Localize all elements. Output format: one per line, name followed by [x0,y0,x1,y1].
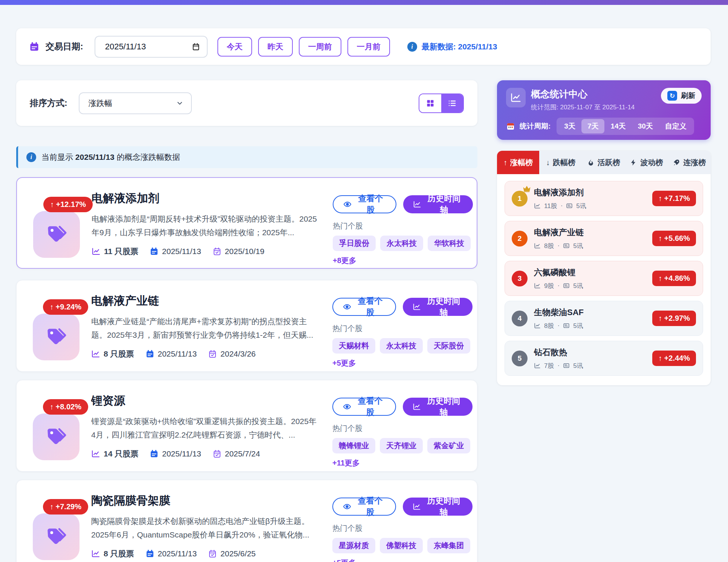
more-stocks-link[interactable]: +8更多 [333,256,356,266]
stock-chip[interactable]: 天齐锂业 [380,438,423,453]
rank-tab-跌幅榜[interactable]: ↓跌幅榜 [539,151,582,174]
trade-date-card: 交易日期: 2025/11/13 今天昨天一周前一月前 i 最新数据: 2025… [16,28,711,65]
more-stocks-link[interactable]: +11更多 [332,458,360,468]
concept-card: ↑ +9.24% 电解液产业链 电解液产业链是“产能出清尾声+需求复苏初期”的拐… [16,280,477,372]
rank-title: 六氟磷酸锂 [534,267,583,278]
view-stocks-label: 查看个股 [355,296,385,318]
up-arrow-icon: ↑ [503,158,507,167]
stocks-count: 8 只股票 [104,349,134,359]
eye-icon [343,402,351,411]
rank-tab-label: 活跃榜 [598,158,620,168]
stock-chip[interactable]: 天际股份 [427,338,470,354]
news-icon [563,322,570,329]
trade-date-label: 交易日期: [46,41,83,52]
rank-news-count: 5讯 [576,202,586,210]
created-date: 2025/6/25 [220,549,255,558]
hot-stocks-label: 热门个股 [332,323,473,334]
history-timeline-button[interactable]: 历史时间轴 [403,195,473,213]
hot-stocks-label: 热门个股 [332,523,473,533]
stock-chip[interactable]: 赣锋锂业 [332,438,375,453]
view-stocks-button[interactable]: 查看个股 [332,298,396,316]
created-date: 2024/3/26 [220,349,255,358]
rank-tab-涨幅榜[interactable]: ↑涨幅榜 [497,151,539,174]
date-picker-icon[interactable] [192,43,200,51]
rank-item[interactable]: 4 生物柴油SAF 8股 · 5讯 ↑ +2.97% [505,301,703,336]
rank-change-badge: ↑ +2.97% [652,311,696,326]
rank-tab-活跃榜[interactable]: 活跃榜 [582,151,625,174]
history-timeline-label: 历史时间轴 [425,296,463,318]
period-option[interactable]: 7天 [581,119,605,133]
updated-date-icon [145,349,154,358]
stocks-chart-icon [534,282,541,289]
quick-date-button[interactable]: 昨天 [258,37,293,57]
period-option[interactable]: 3天 [558,119,581,133]
view-stocks-button[interactable]: 查看个股 [332,498,396,516]
stocks-chart-icon [91,349,100,358]
grid-view-button[interactable] [419,94,441,112]
timeline-chart-icon [413,302,421,311]
refresh-label: 刷新 [681,91,695,101]
rank-item[interactable]: 1 电解液添加剂 11股 · 5讯 ↑ +7.17% [505,181,703,216]
current-display-banner: i 当前显示 2025/11/13 的概念涨跌幅数据 [16,146,477,168]
eye-icon [343,200,352,209]
stocks-chart-icon [534,322,541,329]
refresh-button[interactable]: ↻ 刷新 [661,88,702,104]
history-timeline-button[interactable]: 历史时间轴 [403,398,473,416]
period-option[interactable]: 30天 [632,119,659,133]
separator: · [557,242,560,250]
sort-select[interactable]: 涨跌幅 [79,92,192,114]
rank-change-badge: ↑ +2.44% [652,351,696,366]
refresh-icon: ↻ [667,91,677,101]
rank-tab-label: 波动榜 [640,158,663,168]
rocket-icon [673,159,680,166]
concept-description: 电解液添加剂是“周期反转+技术升级”双轮驱动的投资主题。2025年9月，山东孚日… [92,212,318,239]
view-stocks-label: 查看个股 [355,495,385,518]
view-stocks-button[interactable]: 查看个股 [333,195,396,213]
info-icon: i [26,152,36,162]
quick-date-button[interactable]: 今天 [217,37,252,57]
quick-date-button[interactable]: 一月前 [347,37,390,57]
trade-date-input[interactable]: 2025/11/13 [95,36,208,58]
stock-chip[interactable]: 孚日股份 [333,236,376,251]
rank-news-count: 5讯 [573,361,583,370]
stock-chip[interactable]: 永太科技 [380,338,423,354]
updated-date: 2025/11/13 [162,247,201,256]
rank-tab-波动榜[interactable]: 波动榜 [625,151,668,174]
more-stocks-link[interactable]: +5更多 [332,358,356,368]
change-badge: ↑ +12.17% [43,197,93,212]
stock-chip[interactable]: 永太科技 [380,236,423,251]
ranking-panel: ↑涨幅榜↓跌幅榜活跃榜波动榜连涨榜 1 电解液添加剂 11股 · 5讯 ↑ +7… [497,151,711,385]
rank-news-count: 5讯 [573,322,583,330]
period-option[interactable]: 14天 [604,119,632,133]
timeline-chart-icon [413,402,421,411]
period-label: 统计周期: [520,121,551,131]
rank-item[interactable]: 3 六氟磷酸锂 9股 · 5讯 ↑ +4.86% [505,261,703,296]
hot-stocks-chips: 孚日股份永太科技华软科技+8更多 [333,236,473,266]
rank-item[interactable]: 2 电解液产业链 8股 · 5讯 ↑ +5.66% [505,221,703,256]
stock-chip[interactable]: 佛塑科技 [380,538,423,553]
history-timeline-button[interactable]: 历史时间轴 [403,498,473,516]
sort-label: 排序方式: [30,97,67,109]
change-badge: ↑ +7.29% [43,499,88,515]
history-timeline-button[interactable]: 历史时间轴 [403,298,473,316]
rank-item[interactable]: 5 钻石散热 7股 · 5讯 ↑ +2.44% [505,341,703,376]
rank-number: 2 [512,231,528,247]
rank-news-count: 5讯 [573,242,583,250]
stock-chip[interactable]: 天赐材料 [332,338,375,354]
stock-chip[interactable]: 星源材质 [332,538,375,553]
list-view-button[interactable] [441,94,463,112]
down-arrow-icon: ↓ [546,158,550,167]
view-stocks-button[interactable]: 查看个股 [332,398,396,416]
quick-date-button[interactable]: 一周前 [299,37,341,57]
news-icon [563,282,570,289]
eye-icon [343,502,351,511]
ranking-tabs: ↑涨幅榜↓跌幅榜活跃榜波动榜连涨榜 [497,151,711,174]
stock-chip[interactable]: 华软科技 [428,236,471,251]
period-option[interactable]: 自定义 [659,119,693,133]
separator: · [557,362,560,369]
more-stocks-link[interactable]: +5更多 [332,558,356,562]
rank-tab-连涨榜[interactable]: 连涨榜 [668,151,711,174]
history-timeline-label: 历史时间轴 [425,193,463,216]
stock-chip[interactable]: 紫金矿业 [427,438,470,453]
stock-chip[interactable]: 东峰集团 [427,538,470,553]
